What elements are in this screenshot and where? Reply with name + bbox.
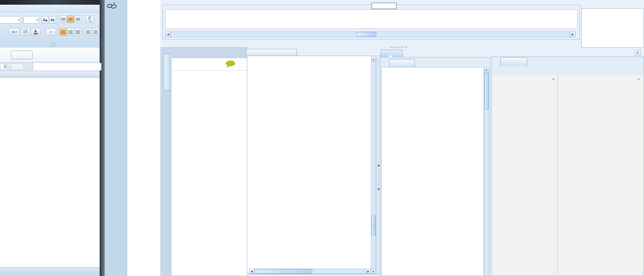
font-size-combo[interactable]: ▾	[23, 16, 39, 23]
phonetic-button[interactable]: ▾	[45, 28, 56, 36]
main-info-title	[372, 3, 396, 9]
scroll-down-icon[interactable]: ▼	[371, 269, 376, 274]
scroll-up-icon[interactable]: ▲	[371, 57, 376, 62]
flow-hscrollbar[interactable]: ◀ ▶	[249, 269, 371, 274]
scroll-up-icon[interactable]: ▲	[484, 67, 489, 72]
flow-tree[interactable]	[249, 63, 371, 265]
font-dialog-launcher[interactable]	[52, 43, 55, 46]
formula-bar: ▾	[0, 62, 100, 71]
scroll-left-icon[interactable]: ◀	[165, 32, 171, 37]
scroll-up-icon[interactable]: ▲	[552, 77, 555, 80]
splitter-collapse-icon[interactable]: ◀	[377, 187, 379, 190]
vertical-align-group	[60, 15, 82, 23]
decrease-indent-button[interactable]	[85, 28, 92, 36]
tab-basic-params[interactable]	[389, 59, 415, 67]
main-info-table[interactable]	[165, 9, 578, 29]
toolbar-panel	[127, 0, 160, 276]
excel-window: ▾ ▾ A▴ A▾ ab▾ ⊞▾ A ▾	[0, 0, 101, 276]
font-color-button[interactable]: A	[31, 28, 40, 36]
params-vscrollbar[interactable]: ▲	[484, 67, 489, 276]
formula-input[interactable]	[33, 63, 101, 70]
align-top-button[interactable]	[60, 15, 67, 23]
active-tab-notch	[388, 55, 392, 57]
align-right-button[interactable]	[74, 28, 82, 36]
horizontal-align-group	[60, 28, 82, 36]
hint-header	[171, 58, 247, 71]
shrink-font-button[interactable]: A▾	[49, 16, 56, 23]
scroll-up-icon[interactable]: ▲	[637, 77, 640, 80]
merge-model-panel	[581, 8, 644, 48]
splitter-collapse-icon[interactable]: ◀	[377, 164, 379, 167]
border-button[interactable]: ⊞▾	[9, 28, 19, 36]
align-bottom-button[interactable]	[74, 15, 82, 23]
grow-font-button[interactable]: A▴	[42, 16, 49, 23]
ribbon-group-labels	[0, 42, 100, 48]
security-message-bar	[0, 48, 100, 62]
column-headers	[0, 71, 100, 77]
scroll-thumb[interactable]	[255, 269, 312, 274]
status-strip	[0, 273, 100, 276]
indent-group	[85, 28, 99, 36]
options-button[interactable]	[11, 51, 33, 59]
increase-indent-button[interactable]	[92, 28, 99, 36]
orientation-button[interactable]: ab▾	[85, 15, 94, 23]
main-info-hscrollbar[interactable]: ◀ ▶	[165, 32, 576, 37]
formula-bar-handle	[7, 63, 24, 70]
font-grow-shrink: A▴ A▾	[42, 16, 56, 23]
scroll-right-icon[interactable]: ▶	[366, 269, 371, 274]
remark-content[interactable]: ▲ ▲	[492, 75, 643, 275]
name-box-dropdown-icon[interactable]: ▾	[5, 65, 6, 68]
fill-color-button[interactable]	[21, 28, 30, 36]
flow-vscrollbar[interactable]: ▲ ≡ ▼	[371, 57, 376, 274]
collapse-panel-icon[interactable]: ▼	[635, 50, 641, 55]
process-flow-panel: ▲ ≡ ▼ ◀ ▶ ◀ ◀	[247, 56, 381, 274]
scroll-right-icon[interactable]: ▶	[570, 32, 576, 37]
sheet-tab-bar	[0, 267, 100, 273]
desktop-strip	[101, 0, 105, 276]
font-name-combo[interactable]: ▾	[0, 16, 21, 23]
tab-process-flow[interactable]	[246, 49, 297, 56]
name-box[interactable]	[0, 63, 4, 70]
tab-process-remark[interactable]	[500, 57, 527, 66]
device-structure-panel	[160, 47, 248, 276]
align-middle-button[interactable]	[67, 15, 74, 23]
scroll-thumb[interactable]	[484, 73, 489, 110]
tab-product-profile[interactable]	[405, 51, 435, 57]
ribbon-tab-bar	[0, 5, 100, 13]
scroll-thumb[interactable]	[356, 32, 376, 37]
scroll-thumb[interactable]: ≡	[371, 216, 376, 236]
link-icon[interactable]	[107, 1, 117, 12]
align-left-button[interactable]	[60, 28, 67, 36]
speech-bubble-icon	[225, 60, 236, 70]
excel-title-bar	[0, 0, 100, 5]
panel-grip[interactable]: ▾ ▪▪▪▪▪▪▪▪▪ ▾	[390, 46, 407, 49]
spreadsheet-grid[interactable]	[0, 77, 100, 267]
scroll-left-icon[interactable]: ◀	[249, 269, 254, 274]
side-toolbar	[105, 0, 160, 276]
remark-column-headers	[492, 66, 643, 75]
basic-params-table[interactable]	[381, 67, 484, 276]
structure-tree-area[interactable]	[171, 58, 248, 276]
align-center-button[interactable]	[67, 28, 74, 36]
tab-device-structure[interactable]	[164, 54, 171, 91]
